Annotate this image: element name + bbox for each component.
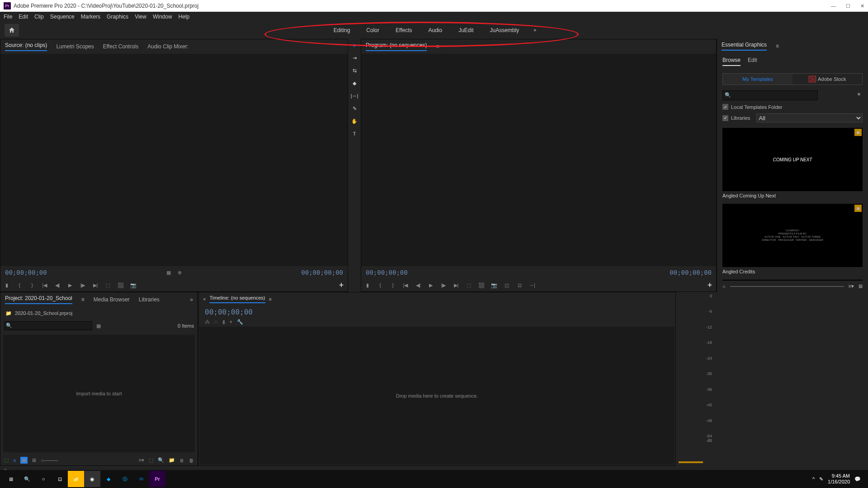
find-icon[interactable]: 🔍 [158,457,164,463]
menu-window[interactable]: Window [153,14,172,20]
marker-icon[interactable]: ▮ [222,319,225,325]
zoom-slider-icon[interactable]: ○──── [41,458,58,463]
outlook-icon[interactable]: ✉ [133,471,149,487]
ripple-edit-tool[interactable]: ⇆ [350,66,359,75]
go-in-icon[interactable]: |◀ [41,282,48,289]
skype-icon[interactable]: Ⓢ [117,471,133,487]
start-button[interactable]: ⊞ [3,471,19,487]
filter-bin-icon[interactable]: ▦ [95,322,102,329]
favorite-icon[interactable]: ★ [855,90,863,98]
zoom-out-icon[interactable]: ○ [722,284,726,289]
selection-tool[interactable]: ➤ [350,41,359,50]
zoom-slider[interactable] [730,286,844,287]
menu-edit[interactable]: Edit [19,14,28,20]
menu-clip[interactable]: Clip [34,14,44,20]
menu-graphics[interactable]: Graphics [107,14,128,20]
add-button-icon[interactable]: + [338,282,345,289]
tab-audio-clip-mixer[interactable]: Audio Clip Mixer: [147,43,189,50]
step-back-icon[interactable]: ◀| [415,282,422,289]
marker-icon[interactable]: ▮ [3,282,10,289]
step-fwd-icon[interactable]: |▶ [440,282,447,289]
panel-menu-icon[interactable]: ≡ [269,296,272,302]
maximize-button[interactable]: ☐ [846,3,850,9]
tab-effect-controls[interactable]: Effect Controls [103,43,138,50]
timeline-timecode[interactable]: 00;00;00;00 [198,306,675,318]
eg-my-templates[interactable]: My Templates [723,74,793,84]
workspace-editing[interactable]: Editing [326,23,359,37]
sort-icon[interactable]: ≡▾ [849,283,854,289]
close-button[interactable]: ✕ [860,3,864,9]
menu-view[interactable]: View [135,14,146,20]
menu-file[interactable]: File [4,14,12,20]
arrow-icon[interactable]: →| [528,282,536,289]
menu-sequence[interactable]: Sequence [50,14,75,20]
chrome-icon[interactable]: ◉ [84,471,100,487]
tray-up-icon[interactable]: ^ [812,476,815,482]
in-icon[interactable]: { [377,282,384,289]
go-in-icon[interactable]: |◀ [402,282,409,289]
eg-search-input[interactable] [722,90,818,100]
eg-tab-edit[interactable]: Edit [748,57,757,66]
play-icon[interactable]: ▶ [66,282,74,289]
panel-menu-icon[interactable]: ≡ [81,296,85,303]
step-back-icon[interactable]: ◀| [54,282,61,289]
teamviewer-icon[interactable]: ◆ [100,471,117,487]
program-tc-left[interactable]: 00;00;00;00 [366,269,408,276]
close-icon[interactable]: × [203,296,206,302]
project-search-input[interactable] [4,321,92,330]
out-icon[interactable]: } [28,282,36,289]
tab-libraries[interactable]: Libraries [139,296,160,303]
eg-adobe-stock[interactable]: StAdobe Stock [793,74,862,84]
tab-lumetri-scopes[interactable]: Lumetri Scopes [56,43,94,50]
tab-timeline[interactable]: Timeline: (no sequences) [209,295,265,303]
template-item[interactable]: ▣COMPANYPRESENTS A FILM BYACTOR ONE · AC… [722,204,863,276]
linked-sel-icon[interactable]: ∩ [214,319,218,325]
workspace-color[interactable]: Color [358,23,387,37]
workspace-audio[interactable]: Audio [420,23,450,37]
add-button-icon[interactable]: + [706,282,713,289]
type-tool[interactable]: T [350,129,359,138]
libraries-select[interactable]: All [756,113,863,122]
list-view-icon[interactable]: ≡ [13,458,16,463]
panel-menu-icon[interactable]: ≡ [776,43,779,49]
notification-icon[interactable]: 💬 [854,476,861,482]
go-out-icon[interactable]: ▶| [92,282,99,289]
clock-time[interactable]: 9:45 AM [828,473,850,479]
overflow-icon[interactable]: » [190,296,193,303]
panel-menu-icon[interactable]: ≡ [436,43,439,50]
new-layer-icon[interactable]: ⊞ [859,283,863,289]
play-icon[interactable]: ▶ [427,282,434,289]
fit-icon[interactable]: ▦ [165,269,172,276]
track-select-tool[interactable]: ⇥ [350,53,359,62]
export-frame-icon[interactable]: 📷 [130,282,137,289]
delete-icon[interactable]: 🗑 [189,458,194,463]
tab-program[interactable]: Program: (no sequences) [366,42,427,51]
pen-tray-icon[interactable]: ✎ [819,476,823,482]
rw-icon[interactable]: ⬚ [4,457,9,463]
source-tc-left[interactable]: 00;00;00;00 [5,269,47,276]
compare-icon[interactable]: ◫ [503,282,510,289]
minimize-button[interactable]: — [831,3,836,9]
checkbox-libraries[interactable]: ✓ [722,115,728,121]
workspace-effects[interactable]: Effects [387,23,420,37]
hand-tool[interactable]: ✋ [350,117,359,126]
sort-icon[interactable]: ≡▾ [139,457,144,463]
razor-tool[interactable]: ◆ [350,79,359,88]
search-button[interactable]: 🔍 [19,471,35,487]
template-item[interactable]: ▣IMAGE CAPTION HERE Angled Image Caption [722,280,863,281]
slip-tool[interactable]: |↔| [350,91,359,100]
safe-margins-icon[interactable]: ⊡ [516,282,523,289]
snap-icon[interactable]: ⁂ [205,319,210,325]
workspace-juassembly[interactable]: JuAssembly [482,23,528,37]
new-bin-icon[interactable]: 📁 [169,457,175,463]
extract-icon[interactable]: ⬛ [478,282,485,289]
out-icon[interactable]: } [389,282,396,289]
taskview-button[interactable]: ⊡ [52,471,68,487]
pen-tool[interactable]: ✎ [350,104,359,113]
premiere-icon[interactable]: Pr [149,471,165,487]
tab-project[interactable]: Project: 2020-01-20_School [5,295,72,304]
tab-essential-graphics[interactable]: Essential Graphics [722,42,767,51]
checkbox-local[interactable]: ✓ [722,104,728,110]
in-icon[interactable]: { [16,282,23,289]
explorer-icon[interactable]: 📁 [68,471,84,487]
